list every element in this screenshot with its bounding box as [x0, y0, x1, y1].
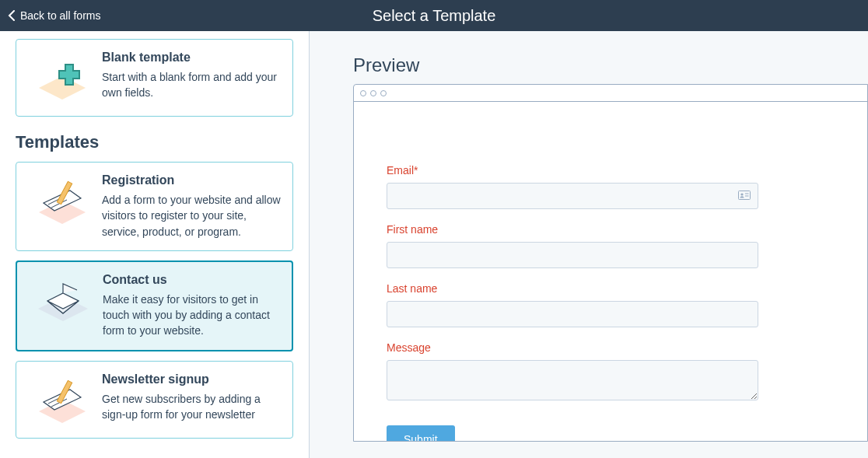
svg-point-11: [740, 193, 743, 195]
back-to-forms-link[interactable]: Back to all forms: [0, 9, 100, 22]
template-card-contact-us[interactable]: Contact us Make it easy for visitors to …: [16, 260, 293, 351]
card-desc: Make it easy for visitors to get in touc…: [103, 292, 281, 339]
last-name-input[interactable]: [387, 301, 758, 327]
preview-panel: Preview Email* First n: [310, 31, 868, 458]
card-title: Blank template: [102, 51, 282, 65]
first-name-label: First name: [387, 223, 758, 236]
preview-heading: Preview: [353, 54, 868, 76]
card-title: Newsletter signup: [102, 372, 282, 386]
header-bar: Back to all forms Select a Template: [0, 0, 868, 31]
back-label: Back to all forms: [20, 9, 100, 22]
plus-icon: [27, 51, 97, 105]
window-dot-icon: [370, 90, 376, 96]
email-input[interactable]: [387, 183, 758, 209]
message-label: Message: [387, 341, 758, 354]
template-sidebar: Blank template Start with a blank form a…: [0, 31, 310, 458]
window-dot-icon: [360, 90, 366, 96]
field-first-name: First name: [387, 223, 758, 268]
templates-heading: Templates: [16, 132, 293, 152]
first-name-input[interactable]: [387, 242, 758, 268]
field-message: Message: [387, 341, 758, 404]
last-name-label: Last name: [387, 282, 758, 295]
field-last-name: Last name: [387, 282, 758, 327]
message-textarea[interactable]: [387, 360, 758, 400]
template-card-blank[interactable]: Blank template Start with a blank form a…: [16, 39, 293, 117]
card-title: Contact us: [103, 273, 281, 287]
card-desc: Add a form to your website and allow vis…: [102, 192, 282, 239]
field-email: Email*: [387, 164, 758, 209]
svg-rect-10: [739, 191, 751, 200]
template-card-registration[interactable]: Registration Add a form to your website …: [16, 162, 293, 251]
form-pencil-icon: [27, 372, 97, 427]
form-preview: Email* First name Last name: [354, 102, 867, 442]
card-title: Registration: [102, 173, 282, 187]
chevron-left-icon: [8, 10, 16, 21]
browser-window-controls: [354, 85, 867, 102]
browser-frame: Email* First name Last name: [353, 84, 868, 442]
envelope-icon: [28, 273, 98, 327]
template-card-newsletter[interactable]: Newsletter signup Get new subscribers by…: [16, 361, 293, 439]
svg-marker-0: [39, 76, 86, 100]
card-desc: Start with a blank form and add your own…: [102, 69, 282, 101]
email-label: Email*: [387, 164, 758, 177]
card-desc: Get new subscribers by adding a sign-up …: [102, 391, 282, 423]
page-title: Select a Template: [373, 7, 496, 25]
main-content: Blank template Start with a blank form a…: [0, 31, 868, 458]
window-dot-icon: [380, 90, 387, 96]
form-pencil-icon: [27, 173, 97, 228]
submit-button[interactable]: Submit: [387, 425, 455, 442]
contact-card-icon: [738, 189, 751, 203]
